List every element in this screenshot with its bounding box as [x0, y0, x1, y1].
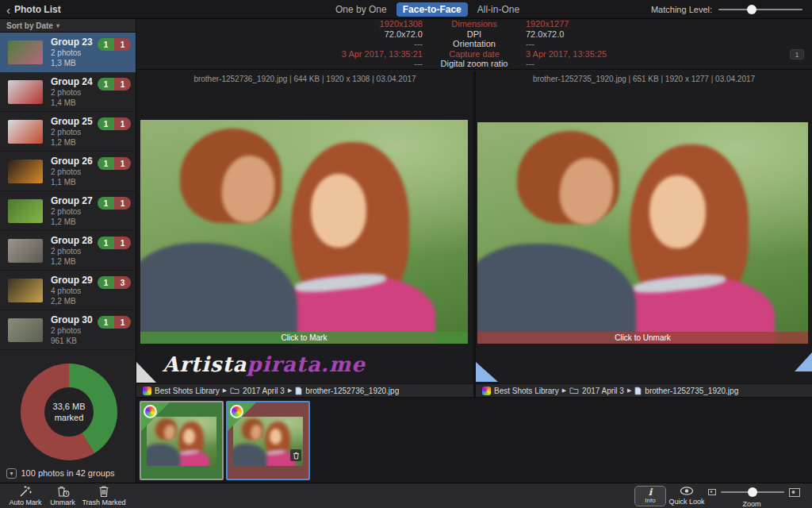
meta-left-value: ---	[136, 39, 423, 48]
photo-index-badge[interactable]: 1	[790, 49, 804, 60]
meta-label: Dimensions	[423, 19, 526, 29]
marked-size-value: 33,6 MB	[53, 401, 86, 412]
group-thumb	[8, 160, 43, 183]
photo-panels: brother-1252736_1920.jpg | 644 KB | 1920…	[136, 71, 812, 397]
group-row[interactable]: Group 23 2 photos 1,3 MB 11	[0, 33, 136, 72]
group-photo-count: 2 photos	[51, 127, 93, 137]
large-photo-icon	[789, 488, 800, 497]
group-badge: 11	[98, 237, 131, 249]
breadcrumb-file[interactable]: brother-1252735_1920.jpg	[645, 387, 738, 395]
zoom-thumb[interactable]	[748, 487, 757, 497]
meta-right-value: 3 Apr 2017, 13:35:25	[526, 49, 812, 59]
donut-center-label: 33,6 MB marked	[44, 387, 94, 437]
watermark-purple-part: pirata.me	[247, 352, 366, 376]
group-badge: 11	[98, 316, 131, 329]
matching-level-slider[interactable]	[718, 4, 802, 15]
metadata-compare-table: 1920x1308 Dimensions 1920x1277 72.0x72.0…	[136, 19, 812, 70]
right-photo[interactable]: Click to Unmark	[477, 122, 808, 344]
meta-right-value: 72.0x72.0	[526, 29, 812, 39]
info-button[interactable]: i Info	[634, 486, 666, 506]
metadata-row: 3 Apr 2017, 13:35:21 Capture date 3 Apr …	[136, 49, 812, 59]
breadcrumb-folder[interactable]: 2017 April 3	[243, 387, 285, 395]
group-row[interactable]: Group 26 2 photos 1,1 MB 11	[0, 152, 136, 191]
metadata-row: --- Digital zoom ratio ---	[136, 59, 812, 68]
meta-label: Orientation	[423, 39, 526, 48]
unmark-trash-icon	[56, 485, 70, 498]
breadcrumb-arrow-icon: ▶	[627, 387, 631, 394]
thumbnail-photo	[147, 417, 216, 466]
group-kept-badge: 1	[98, 197, 114, 210]
back-label: Photo List	[14, 4, 61, 15]
metadata-row: --- Orientation ---	[136, 39, 812, 48]
group-row[interactable]: Group 25 2 photos 1,2 MB 11	[0, 112, 136, 152]
breadcrumb-file[interactable]: brother-1252736_1920.jpg	[305, 387, 399, 395]
group-name: Group 28	[51, 235, 93, 246]
group-kept-badge: 1	[98, 316, 114, 329]
group-marked-badge: 1	[114, 237, 131, 249]
group-badge: 11	[98, 38, 131, 51]
matching-level-thumb[interactable]	[747, 5, 756, 14]
trash-marked-button[interactable]: Trash Marked	[79, 485, 128, 506]
folder-icon	[569, 387, 579, 394]
trash-badge-icon	[290, 449, 301, 461]
group-photo-count: 2 photos	[51, 87, 93, 98]
group-row[interactable]: Group 27 2 photos 1,2 MB 11	[0, 191, 136, 231]
group-size: 961 KB	[51, 336, 93, 346]
group-row[interactable]: Group 29 4 photos 2,2 MB 13	[0, 271, 136, 310]
tab-all-in-one[interactable]: All-in-One	[471, 2, 526, 17]
library-summary: ▾ 100 photos in 42 groups	[0, 468, 136, 478]
magic-wand-icon	[18, 485, 33, 498]
group-marked-badge: 1	[114, 157, 131, 170]
group-name: Group 27	[51, 195, 93, 206]
meta-left-value: ---	[136, 59, 423, 68]
group-kept-badge: 1	[98, 276, 114, 289]
marked-size-word: marked	[55, 412, 84, 423]
back-chevron-icon: ‹	[6, 4, 10, 16]
breadcrumb-folder[interactable]: 2017 April 3	[582, 387, 624, 395]
group-marked-badge: 3	[114, 276, 131, 289]
click-to-mark-bar[interactable]: Click to Mark	[140, 332, 468, 344]
meta-label: Capture date	[423, 49, 526, 59]
auto-mark-label: Auto Mark	[9, 498, 41, 506]
group-photo-count: 2 photos	[51, 246, 93, 256]
group-kept-badge: 1	[98, 157, 114, 170]
group-marked-badge: 1	[114, 117, 131, 130]
meta-label: DPI	[423, 29, 526, 39]
back-button[interactable]: ‹ Photo List	[6, 0, 61, 19]
group-thumb	[8, 279, 43, 302]
unmark-button[interactable]: Unmark	[44, 485, 81, 506]
meta-right-value: 1920x1277	[526, 19, 812, 29]
kids-photo-painting	[477, 122, 808, 344]
zoom-slider[interactable]	[721, 487, 784, 498]
small-photo-icon	[708, 489, 716, 495]
breadcrumb-arrow-icon: ▶	[562, 387, 566, 394]
right-breadcrumb[interactable]: Best Shots Library ▶ 2017 April 3 ▶ brot…	[476, 383, 812, 397]
left-file-info: brother-1252736_1920.jpg | 644 KB | 1920…	[136, 71, 473, 87]
eye-icon	[679, 485, 695, 497]
group-photo-count: 2 photos	[51, 206, 93, 217]
breadcrumb-library[interactable]: Best Shots Library	[155, 387, 220, 395]
group-size: 2,2 MB	[51, 296, 93, 306]
select-all-checkbox[interactable]: ▾	[6, 468, 17, 479]
breadcrumb-arrow-icon: ▶	[223, 387, 227, 394]
thumbnail-kept-photo[interactable]	[140, 401, 224, 480]
quick-look-button[interactable]: Quick Look	[665, 485, 709, 506]
sort-by-dropdown[interactable]: Sort by Date ▾	[0, 19, 136, 33]
breadcrumb-library[interactable]: Best Shots Library	[494, 387, 559, 395]
click-to-unmark-bar[interactable]: Click to Unmark	[477, 332, 808, 344]
group-row[interactable]: Group 30 2 photos 961 KB 11	[0, 310, 136, 350]
zoom-control	[708, 487, 800, 498]
tab-face-to-face[interactable]: Face-to-Face	[396, 2, 468, 17]
group-row[interactable]: Group 24 2 photos 1,4 MB 11	[0, 72, 136, 112]
meta-left-value: 72.0x72.0	[136, 29, 423, 39]
group-row[interactable]: Group 28 2 photos 1,2 MB 11	[0, 231, 136, 271]
group-name: Group 23	[51, 37, 93, 48]
left-breadcrumb[interactable]: Best Shots Library ▶ 2017 April 3 ▶ brot…	[136, 383, 473, 397]
left-photo[interactable]: Click to Mark	[140, 120, 468, 344]
thumbnail-marked-photo[interactable]	[226, 401, 310, 480]
tab-one-by-one[interactable]: One by One	[329, 2, 393, 17]
page-corner-gray-icon	[136, 362, 156, 383]
folder-icon	[230, 387, 239, 394]
group-badge: 11	[98, 157, 131, 170]
auto-mark-button[interactable]: Auto Mark	[6, 485, 44, 506]
